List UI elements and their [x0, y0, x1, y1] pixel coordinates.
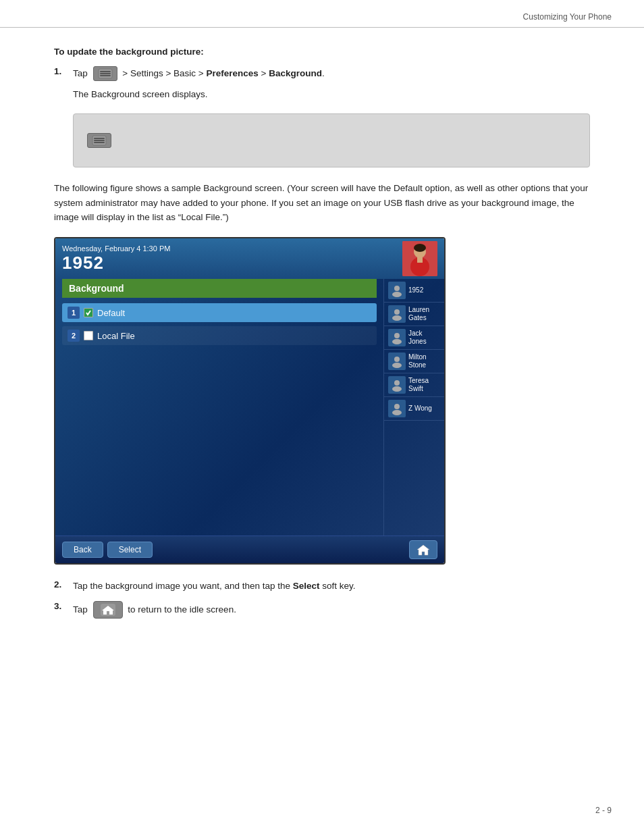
phone-body: Background 1 Default 2 Local File [55, 279, 444, 536]
step-1-subtext: The Background screen displays. [73, 88, 590, 101]
page-header: Customizing Your Phone [0, 0, 644, 28]
list-item-default[interactable]: 1 Default [62, 303, 377, 322]
svg-rect-6 [94, 140, 105, 141]
item-label-default: Default [97, 308, 125, 318]
phone-avatar [402, 241, 437, 276]
back-button[interactable]: Back [62, 542, 103, 558]
home-icon-button[interactable] [93, 601, 123, 619]
screen-placeholder [73, 113, 590, 167]
contact-teresa-swift[interactable]: Teresa Swift [384, 373, 444, 397]
svg-rect-3 [100, 75, 111, 76]
menu-icon-button[interactable] [93, 66, 117, 81]
contact-icon-1952 [388, 282, 406, 299]
page-footer: 2 - 9 [595, 806, 612, 815]
svg-rect-5 [94, 138, 105, 139]
contact-milton-stone[interactable]: Milton Stone [384, 350, 444, 373]
checkbox-default[interactable] [84, 308, 93, 317]
menu-icon-small[interactable] [87, 133, 111, 148]
item-num-1: 1 [68, 307, 80, 319]
contact-icon-zwong [388, 400, 406, 417]
svg-rect-1 [100, 71, 111, 72]
phone-number: 1952 [62, 253, 402, 273]
phone-date-time: Wednesday, February 4 1:30 PM [62, 244, 402, 253]
home-button[interactable] [409, 540, 437, 559]
contact-1952[interactable]: 1952 [384, 279, 444, 303]
select-button[interactable]: Select [107, 542, 153, 558]
section-title: To update the background picture: [54, 47, 590, 57]
svg-point-13 [394, 286, 400, 291]
svg-marker-25 [417, 545, 429, 555]
svg-point-10 [414, 244, 426, 252]
item-label-localfile: Local File [97, 331, 135, 341]
contact-icon-milton [388, 353, 406, 370]
phone-left-panel: Background 1 Default 2 Local File [55, 279, 383, 536]
step-3: 3. Tap to return to the idle screen. [54, 601, 590, 619]
contact-name-lauren: Lauren Gates [408, 306, 440, 322]
svg-point-16 [392, 315, 402, 321]
phone-top-bar: Wednesday, February 4 1:30 PM 1952 [55, 238, 444, 279]
svg-point-22 [392, 386, 402, 392]
contact-name-zwong: Z Wong [408, 405, 432, 413]
svg-rect-2 [100, 73, 111, 74]
contact-name-teresa: Teresa Swift [408, 377, 440, 393]
page-number: 2 - 9 [595, 806, 612, 815]
header-title: Customizing Your Phone [523, 12, 612, 22]
step-1-number: 1. [54, 66, 73, 76]
svg-rect-7 [94, 142, 105, 143]
svg-point-17 [394, 333, 400, 338]
contact-name-jack: Jack Jones [408, 330, 440, 346]
svg-point-23 [394, 404, 400, 409]
step-2: 2. Tap the background image you want, an… [54, 579, 590, 593]
phone-screen: Wednesday, February 4 1:30 PM 1952 [54, 237, 446, 565]
contact-name-1952: 1952 [408, 286, 423, 294]
svg-point-15 [394, 309, 400, 315]
svg-point-20 [392, 363, 402, 368]
svg-point-24 [392, 410, 402, 415]
list-item-localfile[interactable]: 2 Local File [62, 326, 377, 345]
step-1-text: Tap > Settings > Basic > Preferences > B… [73, 66, 325, 81]
phone-bottom-bar: Back Select [55, 536, 444, 563]
step-2-number: 2. [54, 579, 73, 590]
svg-point-18 [392, 339, 402, 344]
checkbox-localfile[interactable] [84, 331, 93, 340]
page-content: To update the background picture: 1. Tap… [0, 28, 644, 652]
svg-point-14 [392, 292, 402, 297]
step-3-number: 3. [54, 601, 73, 611]
item-num-2: 2 [68, 330, 80, 342]
contact-icon-teresa [388, 376, 406, 394]
contact-lauren-gates[interactable]: Lauren Gates [384, 303, 444, 326]
step-3-text: Tap to return to the idle screen. [73, 601, 236, 619]
step-1: 1. Tap > Settings > Basic > Preferences … [54, 66, 590, 81]
svg-rect-12 [417, 257, 423, 263]
contact-name-milton: Milton Stone [408, 353, 440, 369]
contact-z-wong[interactable]: Z Wong [384, 397, 444, 421]
svg-point-21 [394, 380, 400, 386]
phone-right-panel: 1952 Lauren Gates [383, 279, 444, 536]
contact-icon-lauren [388, 305, 406, 323]
background-title-bar: Background [62, 279, 377, 298]
body-paragraph: The following figure shows a sample Back… [54, 181, 590, 225]
step-2-text: Tap the background image you want, and t… [73, 579, 356, 593]
svg-point-19 [394, 357, 400, 362]
contact-jack-jones[interactable]: Jack Jones [384, 326, 444, 350]
contact-icon-jack [388, 329, 406, 346]
